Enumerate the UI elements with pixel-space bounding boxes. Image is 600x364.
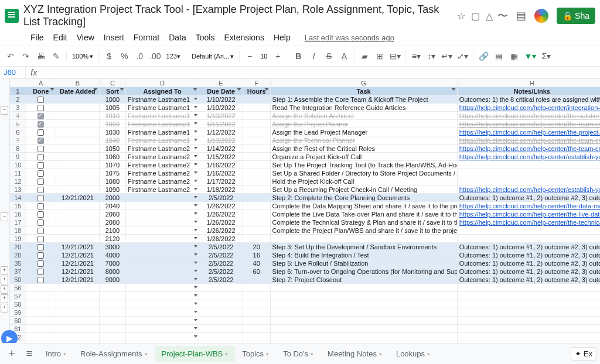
- collapse-group[interactable]: –: [1, 106, 8, 115]
- row-number[interactable]: 59: [10, 308, 26, 317]
- italic-button[interactable]: I: [306, 49, 321, 64]
- task-cell[interactable]: [270, 333, 457, 341]
- col-header[interactable]: F: [243, 79, 270, 87]
- assign-cell[interactable]: [125, 210, 199, 218]
- merge-button[interactable]: ⊟▾: [388, 49, 403, 64]
- link-button[interactable]: 🔗: [476, 49, 490, 64]
- checkbox[interactable]: [38, 162, 44, 169]
- task-cell[interactable]: Assign the Project Planner: [270, 120, 457, 128]
- checkbox[interactable]: [38, 105, 44, 111]
- currency-button[interactable]: $: [102, 49, 116, 64]
- dec-decrease-button[interactable]: .0: [132, 49, 146, 64]
- assign-cell[interactable]: [125, 308, 199, 317]
- strike-button[interactable]: S: [322, 49, 336, 64]
- row-number[interactable]: 3: [10, 104, 26, 112]
- checkbox[interactable]: [38, 228, 44, 234]
- bold-button[interactable]: B: [291, 49, 305, 64]
- col-header[interactable]: H: [457, 79, 600, 87]
- menu-extensions[interactable]: Extensions: [220, 32, 267, 43]
- task-cell[interactable]: Read The Integration Reference Guide Art…: [270, 104, 457, 112]
- header-done[interactable]: Done: [26, 87, 56, 95]
- col-header[interactable]: D: [125, 79, 199, 87]
- menu-file[interactable]: File: [27, 32, 47, 43]
- row-number[interactable]: 14: [10, 194, 26, 202]
- menu-format[interactable]: Format: [130, 32, 163, 43]
- row-number[interactable]: 57: [10, 292, 26, 300]
- halign-button[interactable]: ≡▾: [409, 49, 423, 64]
- task-cell[interactable]: Step 1: Assemble the Core Team & Kickoff…: [270, 95, 457, 104]
- col-header[interactable]: [10, 79, 26, 87]
- row-number[interactable]: 6: [10, 128, 26, 136]
- header-sort[interactable]: Sort: [100, 87, 126, 95]
- header-notes[interactable]: Notes/Links: [457, 87, 600, 95]
- assign-cell[interactable]: Firstname Lastname1: [125, 112, 199, 120]
- task-cell[interactable]: Step 4: Build the Integration / Test: [270, 251, 457, 259]
- task-cell[interactable]: Complete the Data Mapping Sheet and shar…: [270, 202, 457, 210]
- task-cell[interactable]: Step 2: Complete the Core Planning Docum…: [270, 194, 457, 202]
- move-icon[interactable]: ▢: [471, 11, 480, 22]
- sheet-tab[interactable]: Intro ▾: [39, 346, 73, 362]
- col-header[interactable]: A: [26, 79, 56, 87]
- fontsize-dec[interactable]: −: [243, 49, 257, 64]
- assign-cell[interactable]: [125, 251, 199, 259]
- task-cell[interactable]: [270, 284, 457, 292]
- task-cell[interactable]: Set Up a Recurring Project Check-in Call…: [270, 186, 457, 194]
- row-number[interactable]: 60: [10, 317, 26, 325]
- assign-cell[interactable]: Firstname Lastname1: [125, 95, 199, 104]
- row-number[interactable]: 8: [10, 145, 26, 153]
- checkbox[interactable]: [38, 219, 44, 226]
- row-group-gutter[interactable]: ––+++++: [0, 78, 9, 349]
- row-number[interactable]: 2: [10, 95, 26, 104]
- fontsize-inc[interactable]: +: [271, 49, 285, 64]
- assign-cell[interactable]: [125, 300, 199, 308]
- checkbox[interactable]: [38, 203, 44, 210]
- task-cell[interactable]: [270, 235, 457, 243]
- checkbox[interactable]: [38, 252, 44, 259]
- checkbox[interactable]: [38, 178, 44, 185]
- assign-cell[interactable]: [125, 202, 199, 210]
- assign-cell[interactable]: Firstname Lastname1: [125, 128, 199, 136]
- checkbox[interactable]: [38, 97, 44, 103]
- cloud-icon[interactable]: △: [486, 11, 493, 22]
- col-header[interactable]: B: [56, 79, 99, 87]
- assign-cell[interactable]: [125, 226, 199, 235]
- sheet-tab[interactable]: Topics ▾: [235, 346, 276, 362]
- notes-link[interactable]: https://help.cimcloud.com/help-center/th…: [459, 121, 600, 128]
- task-cell[interactable]: [270, 300, 457, 308]
- checkbox[interactable]: [38, 113, 44, 119]
- assign-cell[interactable]: [125, 325, 199, 333]
- redo-button[interactable]: ↷: [19, 49, 33, 64]
- paint-format-button[interactable]: ✎: [49, 49, 63, 64]
- row-number[interactable]: 18: [10, 226, 26, 235]
- fontsize-input[interactable]: 10: [258, 53, 270, 60]
- expand-group[interactable]: +: [1, 276, 8, 284]
- notes-link[interactable]: https://help.cimcloud.com/help-center/th…: [459, 137, 600, 144]
- expand-group[interactable]: +: [1, 285, 8, 294]
- task-cell[interactable]: [270, 292, 457, 300]
- notes-link[interactable]: https://help.cimcloud.com/help-center/in…: [459, 104, 600, 111]
- checkbox[interactable]: [38, 154, 44, 160]
- row-number[interactable]: 50: [10, 276, 26, 284]
- meet-icon[interactable]: [534, 9, 548, 23]
- font-select[interactable]: Default (Ari... ▾: [189, 53, 236, 60]
- task-cell[interactable]: Complete the Live Data Take-over Plan an…: [270, 210, 457, 218]
- checkbox[interactable]: [38, 170, 44, 177]
- assign-cell[interactable]: Firstname Lastname2: [125, 169, 199, 177]
- row-number[interactable]: 5: [10, 120, 26, 128]
- last-edit[interactable]: Last edit was seconds ago: [301, 32, 398, 43]
- star-icon[interactable]: ☆: [457, 11, 465, 22]
- task-cell[interactable]: Assign the Solution Architect: [270, 112, 457, 120]
- row-number[interactable]: 10: [10, 161, 26, 169]
- assign-cell[interactable]: Firstname Lastname1: [125, 104, 199, 112]
- row-number[interactable]: 12: [10, 177, 26, 186]
- expand-group[interactable]: +: [1, 304, 8, 313]
- task-cell[interactable]: [270, 317, 457, 325]
- header-due[interactable]: Due Date: [199, 87, 243, 95]
- checkbox[interactable]: [38, 121, 44, 128]
- task-cell[interactable]: Step 3: Set Up the Development / Sandbox…: [270, 243, 457, 251]
- sheet-tab[interactable]: Project-Plan-WBS ▾: [155, 346, 236, 362]
- row-number[interactable]: 37: [10, 267, 26, 276]
- menu-data[interactable]: Data: [165, 32, 190, 43]
- header-assign[interactable]: Assigned To: [125, 87, 199, 95]
- explore-button[interactable]: ✦ Ex: [571, 347, 596, 360]
